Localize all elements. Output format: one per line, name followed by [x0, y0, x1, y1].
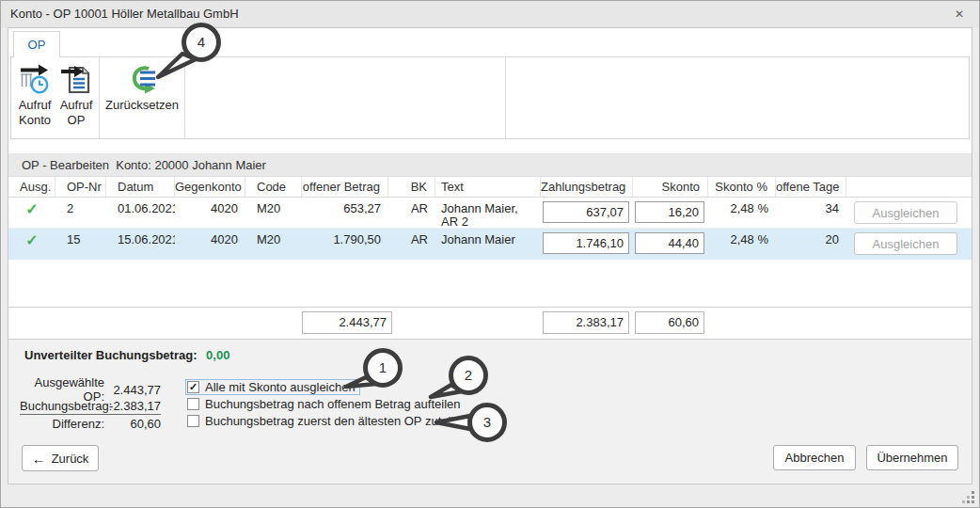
- row-check-icon: ✓: [8, 198, 55, 228]
- toolbar-separator: [184, 57, 185, 138]
- column-header-offener-betrag: offener Betrag: [302, 177, 388, 197]
- column-header-text: Text: [435, 177, 541, 197]
- close-icon: ✕: [955, 8, 964, 21]
- account-clock-icon: [19, 63, 51, 95]
- cell-code: M20: [245, 229, 302, 259]
- toolbar-button-label: Aufruf OP: [60, 98, 93, 127]
- document-arrow-icon: [60, 63, 92, 95]
- checkbox-label: Buchungsbetrag nach offenem Betrag aufte…: [205, 397, 461, 411]
- uebernehmen-button[interactable]: Übernehmen: [866, 445, 958, 470]
- cell-skonto-prozent: 2,48 %: [708, 198, 776, 228]
- checkbox-box: [187, 398, 199, 410]
- checkbox-aelteste-op-zuerst[interactable]: Buchungsbetrag zuerst den ältesten OP zu…: [185, 413, 472, 429]
- cell-text: Johann Maier, AR 2: [435, 198, 541, 228]
- toolbar: Aufruf Konto Aufruf OP: [10, 56, 970, 139]
- column-header-gegenkonto: Gegenkonto: [175, 177, 245, 197]
- summary-value: 60,60: [104, 417, 161, 431]
- column-header-datum: Datum: [106, 177, 175, 197]
- ausgleichen-button[interactable]: Ausgleichen: [854, 232, 957, 255]
- cell-offener-betrag: 653,27: [302, 198, 388, 228]
- column-header-bk: BK: [388, 177, 435, 197]
- total-zahlungsbetrag: 2.383,17: [543, 311, 629, 334]
- close-button[interactable]: ✕: [947, 1, 972, 27]
- cell-offene-tage: 20: [776, 229, 846, 259]
- reset-list-icon: [126, 63, 158, 95]
- summary-label: Buchungsbetrag:: [20, 399, 104, 413]
- unverteilter-buchungsbetrag: Unverteilter Buchungsbetrag: 0,00: [24, 348, 229, 362]
- summary-block: Ausgewählte OP: 2.443,77 Buchungsbetrag:…: [20, 381, 161, 432]
- cell-datum: 15.06.2021: [106, 229, 175, 259]
- summary-row-buchungsbetrag: Buchungsbetrag: -2.383,17: [20, 398, 161, 415]
- summary-row-differenz: Differenz: 60,60: [20, 415, 161, 432]
- row-check-icon: ✓: [8, 229, 55, 259]
- zahlungsbetrag-input[interactable]: [543, 232, 629, 254]
- checkbox-box: [187, 415, 199, 427]
- cell-datum: 01.06.2021: [106, 198, 175, 228]
- summary-row-ausgewaehlte-op: Ausgewählte OP: 2.443,77: [20, 381, 161, 398]
- toolbar-button-label: Aufruf Konto: [19, 98, 52, 127]
- checkbox-label: Buchungsbetrag zuerst den ältesten OP zu…: [205, 414, 467, 428]
- checkbox-box: ✓: [187, 381, 199, 393]
- table-row[interactable]: ✓ 2 01.06.2021 4020 M20 653,27 AR Johann…: [8, 198, 972, 229]
- table-row[interactable]: ✓ 15 15.06.2021 4020 M20 1.790,50 AR Joh…: [8, 229, 972, 260]
- cell-op-nr: 15: [55, 229, 106, 259]
- back-label: Zurück: [52, 452, 89, 466]
- section-header-title: OP - Bearbeiten Konto: 20000 Johann Maie…: [8, 153, 972, 177]
- unverteilter-label: Unverteilter Buchungsbetrag:: [24, 348, 197, 362]
- footer-buttons: Abbrechen Übernehmen: [773, 445, 958, 470]
- cell-text: Johann Maier: [435, 229, 541, 259]
- checkbox-nach-offenem-betrag[interactable]: Buchungsbetrag nach offenem Betrag aufte…: [185, 396, 466, 412]
- toolbar-button-zuruecksetzen[interactable]: Zurücksetzen: [102, 57, 182, 138]
- resize-grip[interactable]: [962, 491, 975, 504]
- dialog-window: Konto - OP 10001 Höller Metallbau GmbH ✕…: [0, 0, 980, 508]
- checkbox-label: Alle mit Skonto ausgleichen: [205, 380, 356, 394]
- column-header-ausg: Ausg.: [8, 177, 55, 197]
- column-header-skonto: Skonto: [633, 177, 708, 197]
- back-arrow-icon: ←: [32, 452, 46, 466]
- toolbar-button-aufruf-konto[interactable]: Aufruf Konto: [14, 57, 55, 138]
- column-header-code: Code: [245, 177, 302, 197]
- cell-gegenkonto: 4020: [175, 198, 245, 228]
- total-skonto: 60,60: [635, 311, 704, 334]
- zahlungsbetrag-input[interactable]: [543, 201, 629, 223]
- window-title: Konto - OP 10001 Höller Metallbau GmbH: [10, 1, 239, 27]
- summary-label: Differenz:: [20, 417, 104, 431]
- column-header-zahlungsbetrag: Zahlungsbetrag: [541, 177, 633, 197]
- column-header-op-nr: OP-Nr: [55, 177, 106, 197]
- zurueck-button[interactable]: ← Zurück: [22, 445, 99, 471]
- total-offener-betrag: 2.443,77: [302, 311, 392, 334]
- dialog-content: OP Aufruf Konto: [8, 27, 972, 484]
- abbrechen-button[interactable]: Abbrechen: [773, 445, 856, 470]
- column-header-action: [846, 177, 972, 197]
- toolbar-button-label: Zurücksetzen: [105, 98, 179, 113]
- skonto-input[interactable]: [635, 232, 704, 254]
- tab-op[interactable]: OP: [13, 31, 60, 57]
- cell-bk: AR: [388, 229, 435, 259]
- cell-op-nr: 2: [55, 198, 106, 228]
- skonto-input[interactable]: [635, 201, 704, 223]
- cell-offener-betrag: 1.790,50: [302, 229, 388, 259]
- summary-value: -2.383,17: [104, 399, 161, 413]
- totals-row: 2.443,77 2.383,17 60,60: [8, 308, 972, 339]
- column-header-offene-tage: offene Tage: [776, 177, 846, 197]
- cell-offene-tage: 34: [776, 198, 846, 228]
- toolbar-separator: [505, 57, 506, 138]
- summary-value: 2.443,77: [104, 383, 161, 397]
- cell-code: M20: [245, 198, 302, 228]
- cell-gegenkonto: 4020: [175, 229, 245, 259]
- ausgleichen-button[interactable]: Ausgleichen: [854, 201, 957, 224]
- unverteilter-value: 0,00: [206, 348, 229, 362]
- toolbar-separator: [99, 57, 100, 138]
- table-header: Ausg. OP-Nr Datum Gegenkonto Code offene…: [8, 177, 972, 198]
- toolbar-button-aufruf-op[interactable]: Aufruf OP: [55, 57, 97, 138]
- bottom-panel: Unverteilter Buchungsbetrag: 0,00 Ausgew…: [8, 339, 972, 484]
- cell-skonto-prozent: 2,48 %: [708, 229, 776, 259]
- checkbox-group: ✓ Alle mit Skonto ausgleichen Buchungsbe…: [185, 379, 472, 430]
- title-bar: Konto - OP 10001 Höller Metallbau GmbH ✕: [1, 1, 979, 27]
- cell-bk: AR: [388, 198, 435, 228]
- checkbox-alle-mit-skonto[interactable]: ✓ Alle mit Skonto ausgleichen: [185, 379, 360, 395]
- column-header-skonto-prozent: Skonto %: [708, 177, 776, 197]
